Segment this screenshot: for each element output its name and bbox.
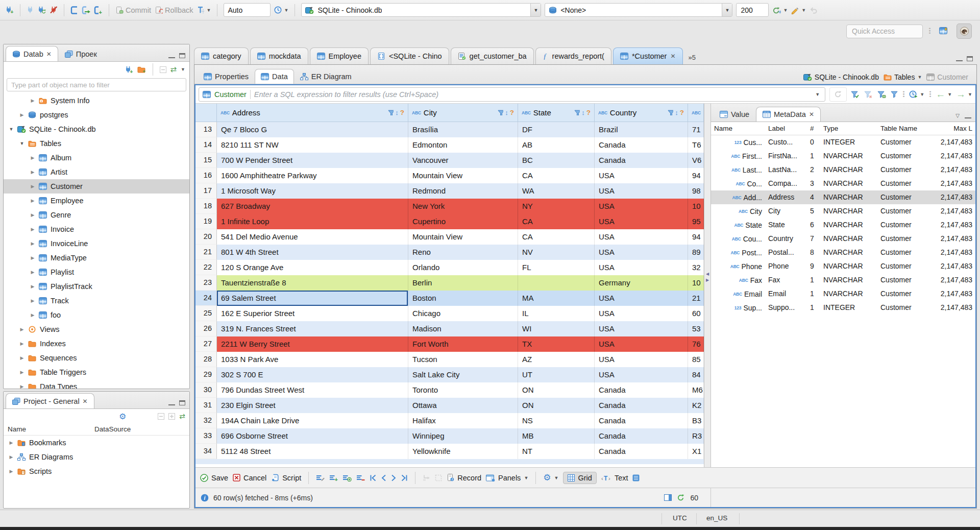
grid-cell[interactable]: M6: [688, 382, 704, 398]
sort-icon[interactable]: ↕: [581, 109, 585, 116]
grid-cell[interactable]: Canada: [595, 444, 688, 459]
expand-arrow-icon[interactable]: ▶: [8, 440, 15, 445]
row-number[interactable]: 27: [195, 336, 217, 352]
expand-arrow-icon[interactable]: ▶: [18, 370, 26, 375]
minimize-icon[interactable]: [956, 56, 963, 61]
grid-cell[interactable]: 627 Broadway: [217, 199, 408, 214]
collapse-all-icon[interactable]: [158, 413, 164, 420]
grid-cell[interactable]: USA: [595, 183, 688, 199]
grid-cell[interactable]: Mountain View: [408, 168, 518, 183]
nav-forward-button[interactable]: →▼: [956, 89, 972, 99]
grid-cell[interactable]: CA: [518, 168, 595, 183]
apply-filter-icon[interactable]: [851, 91, 860, 98]
save-filter-icon[interactable]: [877, 91, 886, 98]
expand-arrow-icon[interactable]: ▶: [18, 341, 26, 346]
grid-cell[interactable]: 89: [688, 245, 704, 260]
grid-cell[interactable]: B3: [688, 413, 704, 428]
refresh-filter-button[interactable]: [829, 87, 847, 102]
expand-arrow-icon[interactable]: ▶: [18, 355, 26, 360]
tree-item-tables[interactable]: ▼Tables: [4, 136, 189, 151]
grid-cell[interactable]: 194A Chain Lake Drive: [217, 413, 408, 428]
grid-cell[interactable]: 10: [688, 199, 704, 214]
row-number[interactable]: 34: [195, 444, 217, 459]
grid-cell[interactable]: 10: [688, 275, 704, 291]
grid-cell[interactable]: Brasília: [408, 122, 518, 137]
collapse-arrow-icon[interactable]: ▼: [8, 127, 15, 132]
grid-cell[interactable]: R3: [688, 428, 704, 444]
tab-overflow-badge[interactable]: »5: [689, 54, 696, 61]
project-item-scripts[interactable]: ▶Scripts: [4, 464, 189, 478]
project-item-er-diagrams[interactable]: ▶ER Diagrams: [4, 450, 189, 464]
sql-filter-field[interactable]: Customer Enter a SQL expression to filte…: [199, 87, 825, 102]
view-menu-icon[interactable]: ▼: [181, 67, 185, 72]
format-button[interactable]: ▼: [791, 6, 806, 14]
grid-cell[interactable]: 69 Salem Street: [217, 291, 408, 306]
grid-cell[interactable]: Canada: [595, 398, 688, 413]
expand-arrow-icon[interactable]: ▶: [29, 170, 36, 175]
row-number[interactable]: 21: [195, 245, 217, 260]
grid-cell[interactable]: 85: [688, 352, 704, 367]
rollback-button[interactable]: Rollback: [155, 6, 193, 14]
close-icon[interactable]: ✕: [46, 51, 52, 58]
grid-cell[interactable]: NS: [518, 413, 595, 428]
grid-cell[interactable]: Tauentzienstraße 8: [217, 275, 408, 291]
grid-cell[interactable]: NY: [518, 199, 595, 214]
save-button[interactable]: Save: [200, 474, 228, 482]
row-number[interactable]: 24: [195, 291, 217, 306]
grid-cell[interactable]: Ottawa: [408, 398, 518, 413]
expand-arrow-icon[interactable]: ▶: [29, 98, 36, 103]
tab-project-general[interactable]: Project - General ✕: [6, 393, 94, 408]
editor-tab-sqlite-chino[interactable]: <SQLite - Chino: [370, 47, 449, 64]
grid-cell[interactable]: CA: [518, 229, 595, 245]
grid-cell[interactable]: 801 W 4th Street: [217, 245, 408, 260]
transaction-mode-button[interactable]: ▼: [197, 6, 211, 14]
editor-tab-customer[interactable]: *Customer✕: [613, 47, 683, 64]
tree-item-genre[interactable]: ▶Genre: [4, 208, 189, 222]
tree-item-playlist[interactable]: ▶Playlist: [4, 265, 189, 279]
grid-cell[interactable]: 1 Microsoft Way: [217, 183, 408, 199]
grid-cell[interactable]: Cupertino: [408, 214, 518, 229]
grid-cell[interactable]: 98: [688, 183, 704, 199]
dbeaver-perspective-button[interactable]: [957, 23, 972, 39]
grid-cell[interactable]: Fort Worth: [408, 336, 518, 352]
metadata-row-postal[interactable]: ABCPost...Postal...8NVARCHARCustomer2,14…: [711, 246, 975, 259]
breadcrumb-item-sqlite-chinook-db[interactable]: SQLite - Chinook.db: [803, 73, 879, 81]
tree-item-indexes[interactable]: ▶Indexes: [4, 336, 189, 351]
open-perspective-button[interactable]: [936, 23, 951, 39]
expand-arrow-icon[interactable]: ▶: [29, 198, 36, 203]
project-item-bookmarks[interactable]: ▶Bookmarks: [4, 436, 189, 450]
grid-cell[interactable]: USA: [595, 168, 688, 183]
grid-cell[interactable]: Boston: [408, 291, 518, 306]
grid-cell[interactable]: USA: [595, 229, 688, 245]
record-mode-button[interactable]: iRecord: [447, 474, 481, 482]
gear-icon[interactable]: ⚙: [119, 412, 126, 421]
close-icon[interactable]: ✕: [670, 53, 675, 60]
tree-item-playlisttrack[interactable]: ▶PlaylistTrack: [4, 279, 189, 294]
column-header-city[interactable]: ABCCity↕?: [408, 104, 518, 122]
grid-cell[interactable]: Brazil: [595, 122, 688, 137]
metadata-row-lastna[interactable]: ABCLast...LastNa...2NVARCHARCustomer2,14…: [711, 163, 975, 177]
grid-cell[interactable]: Winnipeg: [408, 428, 518, 444]
tree-item-views[interactable]: ▶Views: [4, 322, 189, 336]
grid-cell[interactable]: 696 Osborne Street: [217, 428, 408, 444]
grid-cell[interactable]: AZ: [518, 352, 595, 367]
grid-cell[interactable]: 94: [688, 168, 704, 183]
grid-cell[interactable]: WI: [518, 321, 595, 336]
expand-arrow-icon[interactable]: ▶: [8, 454, 15, 460]
grid-cell[interactable]: Mountain View: [408, 229, 518, 245]
last-row-button[interactable]: [401, 474, 408, 481]
add-row-button[interactable]: +: [329, 474, 338, 481]
grid-cell[interactable]: New York: [408, 199, 518, 214]
grid-cell[interactable]: 700 W Pender Street: [217, 153, 408, 168]
tree-item-invoiceline[interactable]: ▶InvoiceLine: [4, 236, 189, 251]
editor-tab-category[interactable]: category: [194, 47, 249, 64]
tree-item-invoice[interactable]: ▶Invoice: [4, 222, 189, 236]
grid-cell[interactable]: 230 Elgin Street: [217, 398, 408, 413]
metadata-column-max-l[interactable]: Max L: [929, 122, 975, 135]
minimize-icon[interactable]: [168, 53, 175, 58]
filter-funnel-icon[interactable]: [498, 110, 503, 115]
custom-filter-icon[interactable]: [891, 91, 898, 98]
next-row-button[interactable]: [391, 474, 396, 481]
tab-metadata[interactable]: MetaData ✕: [756, 107, 821, 122]
delete-row-button[interactable]: [356, 474, 365, 481]
